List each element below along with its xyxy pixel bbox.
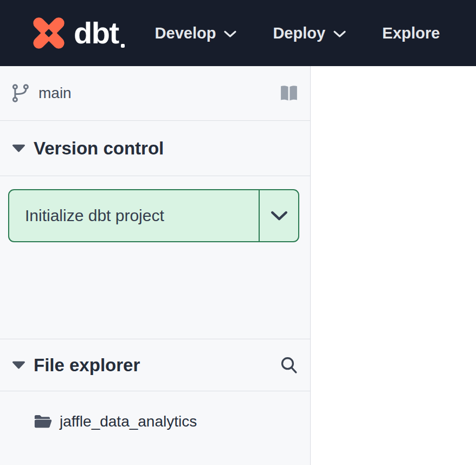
chevron-down-icon (271, 211, 288, 221)
open-folder-icon (34, 414, 52, 429)
file-explorer-section-header[interactable]: File explorer (0, 339, 310, 391)
file-search-button[interactable] (279, 356, 298, 375)
file-tree: jaffle_data_analytics (0, 391, 310, 465)
nav-item-label: Develop (155, 24, 216, 42)
caret-down-icon (12, 144, 25, 152)
nav-item-deploy[interactable]: Deploy (273, 24, 346, 42)
chevron-down-icon (333, 30, 346, 38)
folder-item-jaffle-data-analytics[interactable]: jaffle_data_analytics (0, 410, 310, 434)
logo-trademark-dot (121, 44, 125, 48)
sidebar: main Version control Initialize dbt proj… (0, 66, 311, 465)
version-control-section-header[interactable]: Version control (0, 121, 310, 176)
search-icon (279, 356, 298, 375)
initialize-dbt-project-button[interactable]: Initialize dbt project (9, 190, 260, 241)
branch-selector[interactable]: main (0, 66, 310, 121)
nav-item-label: Deploy (273, 24, 325, 42)
editor-empty-area (311, 66, 476, 465)
version-control-panel: Initialize dbt project (0, 176, 310, 339)
dbt-logo[interactable]: dbt (29, 13, 125, 53)
folder-name: jaffle_data_analytics (60, 413, 197, 430)
dbt-logo-mark-icon (29, 13, 69, 53)
nav-item-develop[interactable]: Develop (155, 24, 237, 42)
top-navigation-bar: dbt Develop Deploy Explore (0, 0, 476, 66)
nav-item-label: Explore (382, 24, 440, 42)
git-branch-icon (11, 83, 31, 104)
caret-down-icon (12, 361, 25, 369)
section-title: File explorer (34, 355, 140, 376)
main-nav: Develop Deploy Explore (155, 24, 476, 42)
nav-item-explore[interactable]: Explore (382, 24, 440, 42)
dbt-logo-text: dbt (74, 18, 119, 48)
section-title: Version control (34, 138, 164, 159)
dbt-cloud-ide: dbt Develop Deploy Explore (0, 0, 476, 465)
chevron-down-icon (223, 30, 237, 38)
current-branch-name: main (38, 85, 72, 102)
docs-button[interactable] (279, 85, 299, 102)
ide-body: main Version control Initialize dbt proj… (0, 66, 476, 465)
initialize-dbt-project-split-button: Initialize dbt project (8, 189, 299, 242)
initialize-options-dropdown-button[interactable] (260, 190, 298, 241)
open-book-icon (279, 85, 299, 102)
